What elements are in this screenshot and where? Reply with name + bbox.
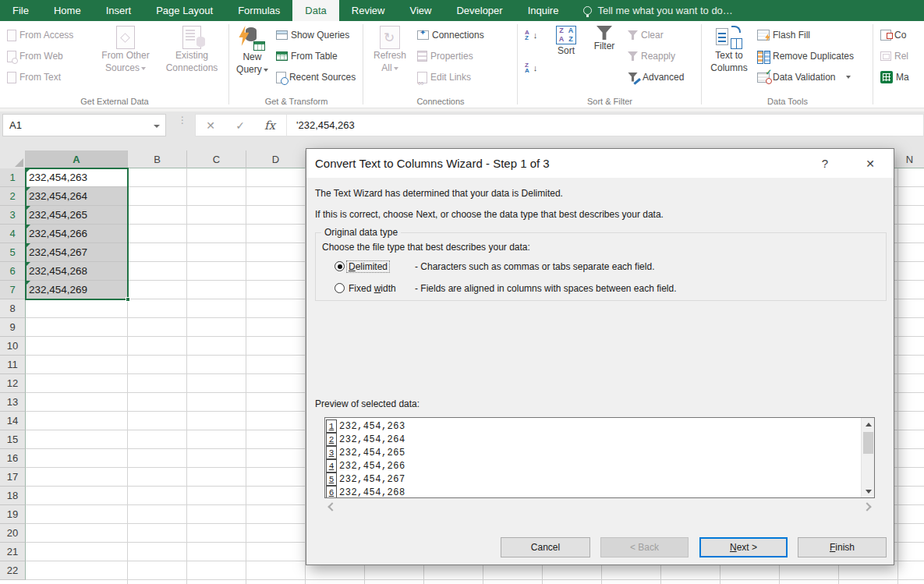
cancel-entry-icon[interactable]: ✕: [196, 119, 225, 132]
tab-review[interactable]: Review: [339, 0, 398, 21]
from-table-button[interactable]: From Table: [274, 48, 359, 65]
row-header-9[interactable]: 9: [0, 318, 26, 337]
scroll-right-icon[interactable]: [862, 502, 871, 511]
show-queries-button[interactable]: Show Queries: [274, 27, 359, 44]
group-label-data-tools: Data Tools: [702, 97, 873, 106]
remove-duplicates-button[interactable]: Remove Duplicates: [755, 48, 869, 65]
from-text-button: From Text: [5, 69, 92, 86]
tell-me-box[interactable]: Tell me what you want to do…: [575, 0, 740, 21]
new-query-button[interactable]: New Query: [232, 23, 272, 94]
manage-data-model-button[interactable]: Ma: [878, 69, 924, 86]
row-header-21[interactable]: 21: [0, 543, 26, 561]
cell-a7[interactable]: 232,454,269: [26, 281, 128, 299]
fixed-width-radio-label[interactable]: Fixed width: [349, 283, 396, 294]
column-header-a[interactable]: A: [26, 150, 128, 168]
row-header-4[interactable]: 4: [0, 225, 26, 243]
sort-z-to-a-button[interactable]: ZA ↓: [522, 59, 546, 76]
insert-function-icon[interactable]: fx: [255, 119, 285, 133]
row-header-14[interactable]: 14: [0, 412, 26, 430]
preview-row-value: 232,454,268: [337, 487, 405, 498]
column-header-c[interactable]: C: [187, 150, 246, 168]
row-header-5[interactable]: 5: [0, 243, 26, 262]
clear-filter-icon: [628, 30, 638, 40]
connections-button[interactable]: Connections: [415, 27, 513, 44]
data-validation-button[interactable]: Data Validation: [755, 69, 869, 86]
row-header-22[interactable]: 22: [0, 561, 26, 580]
fixed-width-radio[interactable]: [335, 283, 345, 293]
row-header-7[interactable]: 7: [0, 281, 26, 299]
row-header-11[interactable]: 11: [0, 356, 26, 374]
row-header-13[interactable]: 13: [0, 393, 26, 412]
scroll-left-icon[interactable]: [327, 502, 336, 511]
delimited-description: - Characters such as commas or tabs sepa…: [415, 261, 654, 272]
preview-row-number: 4: [326, 459, 337, 473]
row-header-16[interactable]: 16: [0, 449, 26, 468]
next-button[interactable]: Next >: [699, 537, 788, 557]
relationships-button: Rel: [878, 48, 924, 65]
group-cutoff-right: Co Rel Ma: [873, 21, 924, 108]
enter-entry-icon[interactable]: ✓: [225, 119, 255, 132]
tab-inquire[interactable]: Inquire: [515, 0, 572, 21]
tab-developer[interactable]: Developer: [444, 0, 515, 21]
scroll-up-icon[interactable]: [862, 418, 875, 430]
row-header-17[interactable]: 17: [0, 468, 26, 487]
tab-data[interactable]: Data: [292, 0, 338, 21]
finish-button[interactable]: Finish: [798, 537, 887, 557]
dialog-title-bar[interactable]: Convert Text to Columns Wizard - Step 1 …: [306, 149, 894, 178]
formula-bar-resizer[interactable]: ⋮: [178, 118, 184, 122]
formula-bar-content[interactable]: '232,454,263: [289, 119, 355, 131]
delimited-radio[interactable]: [335, 261, 345, 271]
dialog-help-button[interactable]: ?: [809, 149, 841, 178]
row-header-20[interactable]: 20: [0, 524, 26, 543]
cell-a1[interactable]: 232,454,263: [26, 168, 128, 187]
cell-a5[interactable]: 232,454,267: [26, 243, 128, 262]
name-box-caret-icon[interactable]: [154, 125, 160, 128]
name-box[interactable]: A1: [2, 114, 166, 136]
consolidate-button[interactable]: Co: [878, 27, 924, 44]
dropdown-caret-icon: [141, 67, 146, 70]
row-header-19[interactable]: 19: [0, 505, 26, 524]
tab-formulas[interactable]: Formulas: [225, 0, 292, 21]
text-to-columns-button[interactable]: Text to Columns: [705, 23, 753, 94]
row-header-15[interactable]: 15: [0, 430, 26, 449]
dropdown-caret-icon: [264, 69, 268, 72]
tab-file[interactable]: File: [0, 0, 41, 21]
row-header-6[interactable]: 6: [0, 262, 26, 281]
row-header-1[interactable]: 1: [0, 168, 26, 187]
column-header-d[interactable]: D: [246, 150, 306, 168]
flash-fill-button[interactable]: Flash Fill: [755, 27, 869, 44]
row-header-3[interactable]: 3: [0, 206, 26, 225]
row-header-12[interactable]: 12: [0, 374, 26, 393]
preview-vertical-scrollbar[interactable]: [861, 418, 874, 497]
cell-a4[interactable]: 232,454,266: [26, 225, 128, 243]
sort-button[interactable]: ZA AZ Sort: [547, 23, 585, 94]
cancel-button[interactable]: Cancel: [501, 537, 590, 557]
scrollbar-thumb[interactable]: [863, 432, 873, 454]
row-header-8[interactable]: 8: [0, 299, 26, 318]
recent-sources-button[interactable]: Recent Sources: [274, 69, 359, 86]
tab-insert[interactable]: Insert: [94, 0, 144, 21]
scroll-down-icon[interactable]: [862, 485, 875, 497]
error-indicator-icon: [26, 206, 30, 211]
column-header-n[interactable]: N: [895, 150, 924, 168]
cell-a3[interactable]: 232,454,265: [26, 206, 128, 225]
formula-bar-panel: ✕ ✓ fx '232,454,263: [195, 114, 924, 136]
down-arrow-icon: ↓: [533, 30, 538, 40]
filter-button[interactable]: Filter: [585, 23, 624, 94]
cell-a6[interactable]: 232,454,268: [26, 262, 128, 281]
row-header-10[interactable]: 10: [0, 337, 26, 356]
tab-page-layout[interactable]: Page Layout: [143, 0, 225, 21]
row-header-18[interactable]: 18: [0, 487, 26, 505]
delimited-radio-label[interactable]: Delimited: [347, 261, 389, 272]
tab-home[interactable]: Home: [41, 0, 94, 21]
preview-row: 3232,454,265: [325, 446, 861, 459]
sort-a-to-z-button[interactable]: AZ ↓: [522, 27, 546, 44]
select-all-corner[interactable]: [0, 150, 26, 168]
row-header-2[interactable]: 2: [0, 187, 26, 206]
preview-horizontal-scrollbar[interactable]: [324, 501, 875, 514]
dialog-close-icon[interactable]: ✕: [855, 149, 886, 178]
tab-view[interactable]: View: [397, 0, 444, 21]
cell-a2[interactable]: 232,454,264: [26, 187, 128, 206]
column-header-b[interactable]: B: [128, 150, 187, 168]
advanced-filter-button[interactable]: Advanced: [625, 69, 697, 86]
